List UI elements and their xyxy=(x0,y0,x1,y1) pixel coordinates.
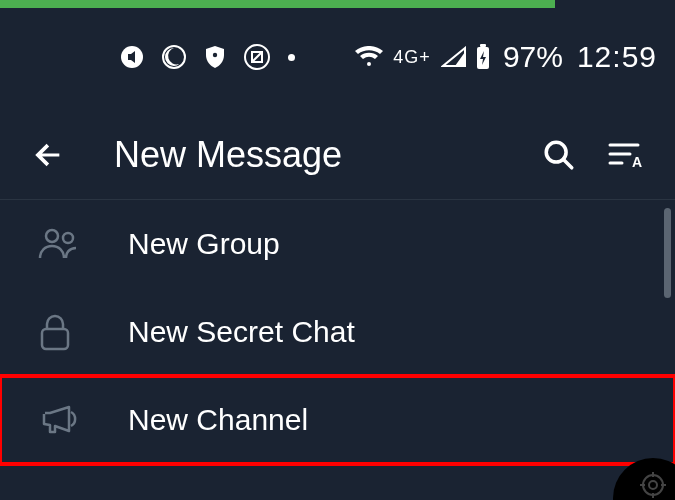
menu-list: New Group New Secret Chat New Channel xyxy=(0,200,675,464)
more-dot-icon xyxy=(288,54,295,61)
page-title: New Message xyxy=(114,134,535,176)
scrollbar[interactable] xyxy=(664,208,671,298)
search-button[interactable] xyxy=(535,131,583,179)
menu-item-new-group[interactable]: New Group xyxy=(0,200,675,288)
megaphone-icon xyxy=(38,400,94,440)
wifi-icon xyxy=(355,46,383,68)
back-button[interactable] xyxy=(24,131,72,179)
sound-icon xyxy=(120,45,144,69)
status-bar: 4G+ 97% 12:59 xyxy=(0,32,675,82)
menu-item-new-secret-chat[interactable]: New Secret Chat xyxy=(0,288,675,376)
arrow-left-icon xyxy=(31,138,65,172)
sort-button[interactable]: A xyxy=(603,131,651,179)
battery-icon xyxy=(475,44,491,70)
menu-item-label: New Channel xyxy=(128,403,308,437)
notification-bar xyxy=(0,0,555,8)
network-label: 4G+ xyxy=(393,47,431,68)
clock-time: 12:59 xyxy=(577,40,657,74)
screenshot-icon xyxy=(244,44,270,70)
search-icon xyxy=(542,138,576,172)
app-bar: New Message A xyxy=(0,110,675,200)
group-icon xyxy=(38,226,94,262)
svg-point-13 xyxy=(63,233,73,243)
svg-rect-6 xyxy=(480,44,486,47)
sort-alpha-icon: A xyxy=(608,140,646,170)
svg-text:A: A xyxy=(632,154,642,170)
shield-icon xyxy=(204,45,226,69)
battery-percent: 97% xyxy=(503,40,563,74)
svg-point-2 xyxy=(213,53,217,57)
lock-icon xyxy=(38,312,94,352)
svg-point-16 xyxy=(649,481,657,489)
signal-icon xyxy=(441,46,467,68)
svg-rect-14 xyxy=(42,329,68,349)
camera-watermark xyxy=(613,450,675,500)
menu-item-label: New Group xyxy=(128,227,280,261)
moon-icon xyxy=(162,45,186,69)
menu-item-new-channel[interactable]: New Channel xyxy=(0,376,675,464)
svg-point-12 xyxy=(46,230,58,242)
menu-item-label: New Secret Chat xyxy=(128,315,355,349)
svg-point-15 xyxy=(643,475,663,495)
